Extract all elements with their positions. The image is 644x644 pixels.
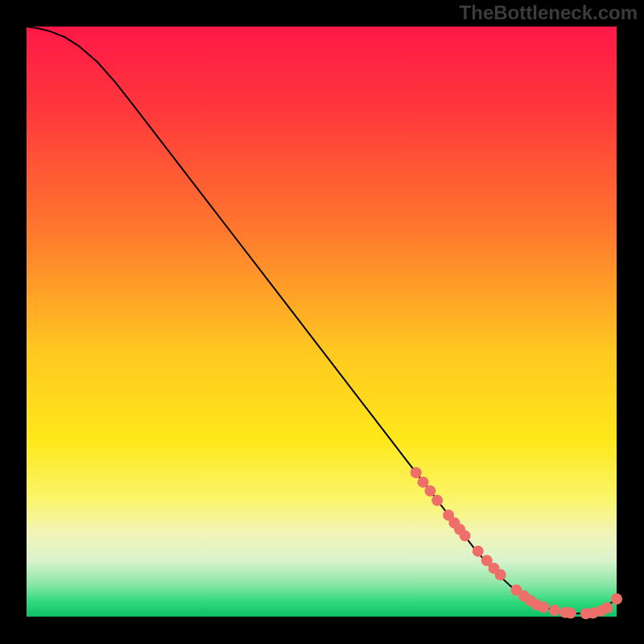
- marker: [431, 495, 443, 506]
- marker: [611, 593, 622, 605]
- chart-stage: TheBottleneck.com: [0, 0, 644, 644]
- marker: [565, 608, 576, 619]
- marker: [418, 477, 429, 488]
- marker: [538, 601, 549, 613]
- marker: [495, 569, 506, 580]
- marker: [424, 485, 436, 497]
- watermark-text: TheBottleneck.com: [460, 2, 638, 24]
- marker: [411, 467, 422, 478]
- marker: [460, 530, 471, 542]
- marker: [473, 546, 484, 557]
- plot-background: [27, 27, 617, 617]
- marker: [601, 602, 613, 613]
- marker: [549, 605, 560, 616]
- chart-svg: [0, 0, 644, 644]
